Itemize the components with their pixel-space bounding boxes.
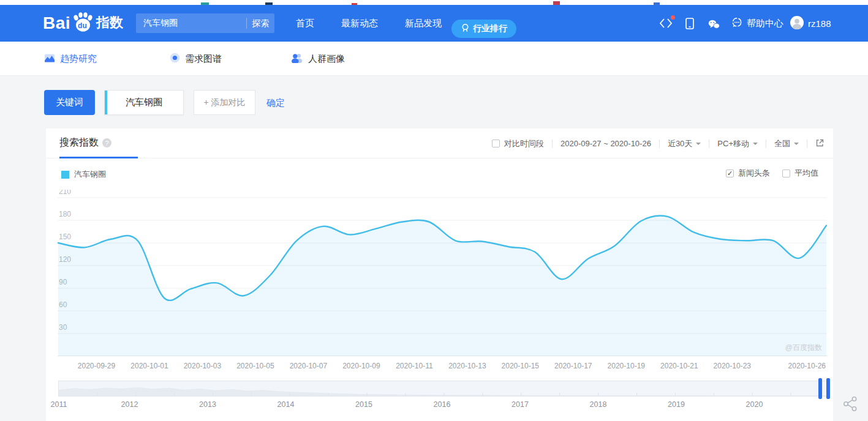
x-axis-label: 2020-10-26 <box>788 362 826 370</box>
chevron-down-icon <box>696 143 701 147</box>
series-legend[interactable]: 汽车钢圈 <box>61 169 106 180</box>
help-center-label: 帮助中心 <box>747 18 783 29</box>
device-select[interactable]: PC+移动 <box>717 138 758 149</box>
trend-chart[interactable]: 306090120150180210 2020-09-292020-10-012… <box>58 190 827 373</box>
device-value: PC+移动 <box>717 138 749 149</box>
x-axis-label: 2020-10-19 <box>598 362 654 370</box>
tab-crowd-portrait-label: 人群画像 <box>308 53 345 65</box>
baidu-index-logo[interactable]: Bai du 指数 <box>43 12 123 33</box>
tab-demand-graph[interactable]: 需求图谱 <box>170 42 222 76</box>
divider <box>552 140 553 148</box>
active-tab-underline <box>59 157 138 158</box>
confirm-link[interactable]: 确定 <box>266 97 285 109</box>
x-axis-label: 2020-10-15 <box>492 362 548 370</box>
keyword-color-accent <box>105 91 107 114</box>
timeline-year-label: 2018 <box>590 400 607 409</box>
trend-chart-icon <box>44 53 55 65</box>
timeline-year-label: 2020 <box>746 400 763 409</box>
region-select[interactable]: 全国 <box>774 138 799 149</box>
x-axis-label: 2020-10-07 <box>281 362 336 370</box>
nav-link-latest[interactable]: 最新动态 <box>341 18 378 29</box>
mobile-app-icon[interactable] <box>685 18 694 32</box>
tab-search-index[interactable]: 搜索指数 ? <box>59 136 111 149</box>
compare-time-toggle[interactable]: 对比时间段 <box>492 138 544 149</box>
help-chat-icon <box>731 17 742 30</box>
svg-text:180: 180 <box>59 210 71 218</box>
share-icon[interactable] <box>842 395 860 414</box>
date-range-value[interactable]: 2020-09-27 ~ 2020-10-26 <box>560 139 651 148</box>
nav-search-input[interactable]: 汽车钢圈 <box>136 18 246 29</box>
main-navbar: Bai du 指数 汽车钢圈 探索 首页 最新动态 新品发现 行业排 <box>0 5 868 42</box>
industry-ranking-button[interactable]: 行业排行 <box>451 20 516 38</box>
tab-search-index-label: 搜索指数 <box>59 136 99 149</box>
svg-text:150: 150 <box>59 233 71 241</box>
radar-dot-icon <box>170 53 180 65</box>
x-axis-labels: 2020-09-292020-10-012020-10-032020-10-05… <box>58 362 827 371</box>
chevron-down-icon <box>753 143 758 147</box>
slider-handle-right[interactable] <box>826 378 830 399</box>
notification-dot <box>671 15 675 20</box>
nav-link-new-products[interactable]: 新品发现 <box>405 18 442 29</box>
average-checkbox[interactable] <box>782 170 790 177</box>
sub-navbar: 趋势研究 需求图谱 人群画像 <box>0 42 868 76</box>
help-center[interactable]: 帮助中心 <box>731 5 783 42</box>
keyword-chip[interactable]: 汽车钢圈 <box>104 90 184 115</box>
username: rz188 <box>808 18 831 29</box>
add-compare-button[interactable]: + 添加对比 <box>194 90 255 115</box>
series-color-swatch <box>61 171 69 179</box>
timeline-year-label: 2017 <box>511 400 529 409</box>
news-headlines-checkbox[interactable] <box>726 170 734 177</box>
tab-trend-research[interactable]: 趋势研究 <box>44 42 97 76</box>
external-link-icon[interactable] <box>815 138 825 149</box>
series-legend-label: 汽车钢圈 <box>74 169 106 180</box>
divider <box>709 140 709 148</box>
code-notification-icon[interactable] <box>659 18 673 31</box>
x-axis-label: 2020-10-13 <box>440 362 495 370</box>
nav-link-home[interactable]: 首页 <box>296 18 314 29</box>
divider <box>807 140 807 148</box>
medal-icon <box>461 23 470 34</box>
trend-chart-svg: 306090120150180210 <box>58 190 827 356</box>
nav-search-box[interactable]: 汽车钢圈 探索 <box>136 13 274 33</box>
baidu-paw-icon: du <box>72 12 94 33</box>
x-axis-label: 2020-10-05 <box>228 362 283 370</box>
timeline-year-label: 2011 <box>51 400 67 409</box>
slider-handle-left[interactable] <box>818 378 822 399</box>
news-headlines-toggle[interactable]: 新闻头条 <box>726 168 770 179</box>
timeline-year-label: 2015 <box>355 400 372 409</box>
svg-text:210: 210 <box>59 190 71 196</box>
timeline-slider[interactable] <box>58 381 830 397</box>
x-axis-label: 2020-10-23 <box>704 362 760 370</box>
logo-text-bai: Bai <box>43 13 70 33</box>
user-account[interactable]: rz188 <box>790 5 831 42</box>
x-axis-label: 2020-10-09 <box>334 362 389 370</box>
timeline-year-labels: 2011201220132014201520162017201820192020 <box>46 400 830 410</box>
tab-crowd-portrait[interactable]: 人群画像 <box>290 42 345 76</box>
timeline-year-label: 2016 <box>434 400 451 409</box>
divider <box>659 140 660 148</box>
nav-links: 首页 最新动态 新品发现 <box>296 5 442 42</box>
panel-header: 搜索指数 ? 对比时间段 2020-09-27 ~ 2020-10-26 近30… <box>46 129 833 158</box>
average-toggle[interactable]: 平均值 <box>782 168 818 179</box>
timeline-year-label: 2019 <box>668 400 685 409</box>
x-axis-label: 2020-10-03 <box>175 362 230 370</box>
news-headlines-label: 新闻头条 <box>738 168 770 179</box>
compare-time-checkbox[interactable] <box>492 140 500 147</box>
compare-time-label: 对比时间段 <box>504 138 544 149</box>
nav-search-button[interactable]: 探索 <box>246 18 274 29</box>
wechat-icon[interactable] <box>708 20 720 31</box>
average-label: 平均值 <box>794 168 818 179</box>
help-question-icon[interactable]: ? <box>102 138 111 147</box>
tab-trend-research-label: 趋势研究 <box>60 53 97 65</box>
logo-text-du: du <box>78 21 87 30</box>
keyword-chip-label: 汽车钢圈 <box>126 97 162 108</box>
time-range-select[interactable]: 近30天 <box>668 138 701 149</box>
timeline-year-label: 2012 <box>121 400 138 409</box>
industry-ranking-label: 行业排行 <box>473 23 507 34</box>
search-index-panel: 搜索指数 ? 对比时间段 2020-09-27 ~ 2020-10-26 近30… <box>46 129 833 421</box>
chevron-down-icon <box>794 143 799 147</box>
x-axis-label: 2020-10-11 <box>387 362 442 370</box>
overlay-toggles: 新闻头条 平均值 <box>726 168 818 179</box>
keyword-type-button[interactable]: 关键词 <box>44 90 95 115</box>
browser-strip <box>0 0 868 5</box>
